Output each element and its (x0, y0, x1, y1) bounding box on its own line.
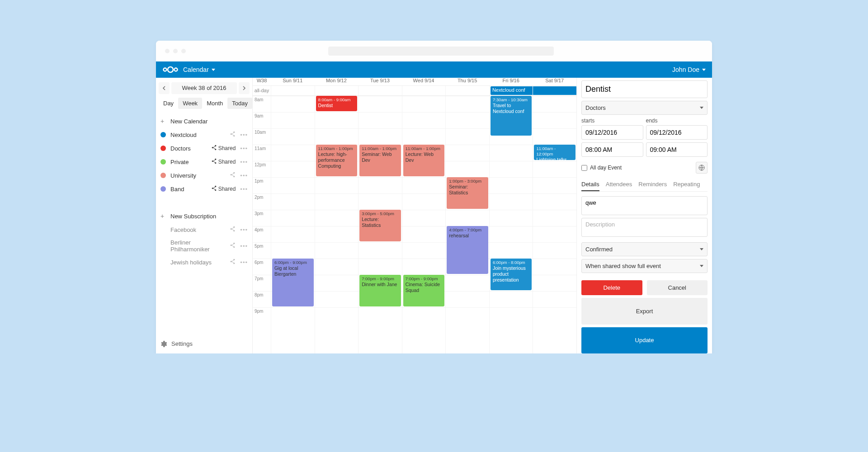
today-button[interactable]: Today (227, 98, 252, 109)
export-button[interactable]: Export (581, 298, 708, 325)
location-input[interactable] (581, 196, 708, 215)
share-icon (211, 158, 217, 165)
share-icon[interactable] (230, 226, 236, 233)
day-column[interactable]: 8:00am - 9:00amDentist11:00am - 1:00pmLe… (315, 96, 359, 353)
tab-attendees[interactable]: Attendees (606, 178, 632, 191)
update-button[interactable]: Update (581, 327, 708, 354)
view-month-button[interactable]: Month (202, 98, 227, 109)
calendar-item[interactable]: University••• (156, 169, 252, 182)
settings-button[interactable]: Settings (156, 337, 252, 351)
calendar-item[interactable]: DoctorsShared••• (156, 141, 252, 155)
calendar-grid: W38 Sun 9/11Mon 9/12Tue 9/13Wed 9/14Thu … (253, 78, 576, 353)
plus-icon: + (160, 212, 166, 220)
share-icon[interactable] (230, 242, 236, 250)
allday-cell[interactable] (533, 86, 576, 95)
cancel-button[interactable]: Cancel (647, 280, 708, 295)
calendar-event[interactable]: 7:00pm - 9:00pmDinner with Jane (359, 275, 401, 306)
time-label: 5pm (253, 242, 271, 259)
caret-down-icon (700, 248, 703, 250)
day-column[interactable]: 6:00pm - 9:00pmGig at local Biergarten (271, 96, 315, 353)
description-input[interactable] (581, 218, 708, 237)
calendar-event[interactable]: 7:00pm - 9:00pmCinema: Suicide Squad (403, 275, 445, 306)
new-calendar-button[interactable]: + New Calendar (156, 114, 252, 128)
day-column[interactable]: 7:30am - 10:30amTravel to Nextcloud conf… (489, 96, 533, 353)
globe-icon (698, 165, 705, 171)
shared-badge: Shared (211, 158, 236, 165)
allday-cell[interactable] (402, 86, 446, 95)
menu-icon[interactable]: ••• (240, 159, 248, 165)
allday-label: all-day (253, 86, 271, 95)
calendar-event[interactable]: 3:00pm - 5:00pmLecture: Statistics (359, 210, 401, 241)
calendar-event[interactable]: 6:00pm - 8:00pmJoin mysterious product p… (491, 259, 532, 290)
day-columns[interactable]: 6:00pm - 9:00pmGig at local Biergarten8:… (271, 96, 576, 353)
menu-icon[interactable]: ••• (240, 259, 248, 266)
day-column[interactable]: 1:00pm - 3:00pmSeminar: Statistics4:00pm… (445, 96, 489, 353)
calendar-event[interactable]: 11:00am - 12:00pmLightning talks (534, 145, 576, 160)
subscription-item[interactable]: Jewish holidays••• (156, 255, 252, 269)
day-column[interactable]: 11:00am - 12:00pmLightning talks (533, 96, 576, 353)
end-time-input[interactable] (646, 142, 708, 157)
calendar-name: Nextcloud (170, 132, 225, 138)
menu-icon[interactable]: ••• (240, 186, 248, 193)
view-day-button[interactable]: Day (159, 98, 178, 109)
start-date-input[interactable] (581, 125, 643, 140)
calendar-item[interactable]: BandShared••• (156, 182, 252, 196)
status-select[interactable]: Confirmed (581, 242, 708, 256)
calendar-event[interactable]: 11:00am - 1:00pmSeminar: Web Dev (359, 145, 401, 176)
allday-cell[interactable] (358, 86, 402, 95)
subscription-item[interactable]: Berliner Philharmoniker••• (156, 236, 252, 255)
tab-repeating[interactable]: Repeating (673, 178, 700, 191)
plus-icon: + (160, 118, 166, 125)
menu-icon[interactable]: ••• (240, 226, 248, 233)
next-week-button[interactable] (239, 82, 250, 94)
tab-reminders[interactable]: Reminders (638, 178, 667, 191)
time-label: 11am (253, 145, 271, 161)
allday-row: all-day Nextcloud conf (253, 86, 576, 96)
day-column[interactable]: 11:00am - 1:00pmSeminar: Web Dev3:00pm -… (358, 96, 402, 353)
delete-button[interactable]: Delete (581, 280, 642, 295)
share-icon[interactable] (230, 259, 236, 266)
share-icon[interactable] (230, 131, 236, 138)
menu-icon[interactable]: ••• (240, 132, 248, 138)
calendar-event[interactable]: 6:00pm - 9:00pmGig at local Biergarten (272, 259, 314, 306)
calendar-event[interactable]: 7:30am - 10:30amTravel to Nextcloud conf (491, 96, 532, 136)
nextcloud-logo-icon[interactable] (162, 66, 179, 74)
app-title-dropdown[interactable]: Calendar (183, 66, 215, 73)
allday-checkbox[interactable] (581, 165, 587, 171)
menu-icon[interactable]: ••• (240, 145, 248, 152)
calendar-event[interactable]: 1:00pm - 3:00pmSeminar: Statistics (447, 177, 488, 209)
time-label: 2pm (253, 193, 271, 210)
calendar-event[interactable]: 11:00am - 1:00pmLecture: high-performanc… (316, 145, 358, 176)
new-subscription-button[interactable]: + New Subscription (156, 209, 252, 223)
event-calendar-value: Doctors (585, 104, 606, 111)
event-title-input[interactable] (581, 80, 708, 98)
visibility-select[interactable]: When shared show full event (581, 259, 708, 273)
event-calendar-select[interactable]: Doctors (581, 101, 708, 115)
calendar-event[interactable]: 4:00pm - 7:00pmrehearsal (447, 226, 488, 274)
calendar-event[interactable]: 8:00am - 9:00amDentist (316, 96, 358, 111)
user-menu[interactable]: John Doe (672, 66, 706, 73)
allday-cell[interactable] (445, 86, 489, 95)
allday-cell[interactable] (271, 86, 315, 95)
prev-week-button[interactable] (159, 82, 170, 94)
day-column[interactable]: 11:00am - 1:00pmLecture: Web Dev7:00pm -… (402, 96, 446, 353)
share-icon[interactable] (230, 172, 236, 179)
calendar-item[interactable]: Nextcloud••• (156, 128, 252, 141)
svg-point-1 (168, 67, 173, 72)
timezone-button[interactable] (696, 162, 708, 174)
subscription-item[interactable]: Facebook••• (156, 223, 252, 236)
allday-cell[interactable]: Nextcloud conf (489, 86, 533, 95)
menu-icon[interactable]: ••• (240, 243, 248, 250)
calendar-item[interactable]: PrivateShared••• (156, 155, 252, 169)
end-date-input[interactable] (646, 125, 708, 140)
week-number: W38 (253, 78, 271, 85)
allday-cell[interactable] (315, 86, 359, 95)
menu-icon[interactable]: ••• (240, 172, 248, 179)
url-bar[interactable] (328, 47, 554, 56)
start-time-input[interactable] (581, 142, 643, 157)
calendar-event[interactable]: 11:00am - 1:00pmLecture: Web Dev (403, 145, 445, 176)
view-week-button[interactable]: Week (178, 98, 202, 109)
subscription-name: Jewish holidays (170, 259, 225, 266)
tab-details[interactable]: Details (581, 178, 599, 191)
share-icon (211, 185, 217, 193)
